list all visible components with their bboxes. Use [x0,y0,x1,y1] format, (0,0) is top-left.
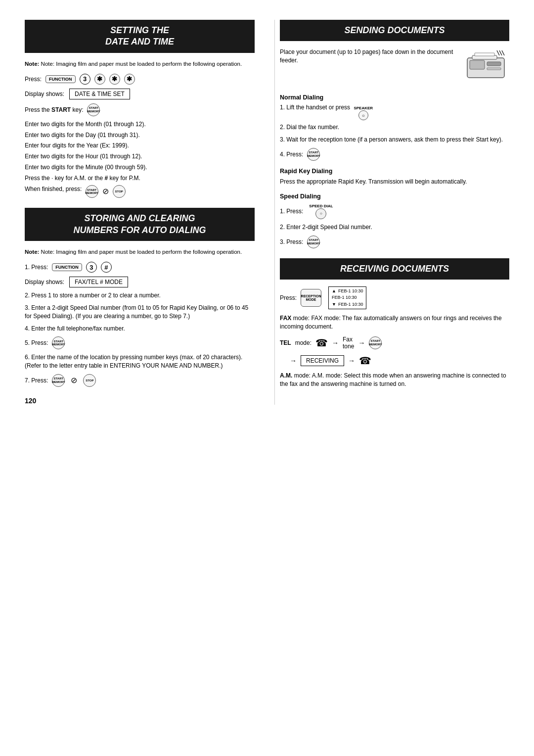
setting-date-time-header: SETTING THE DATE AND TIME [25,20,255,53]
storing-press-row-5: 5. Press: STARTMEMORY [25,336,255,349]
storing-section: STORING AND CLEARING NUMBERS FOR AUTO DI… [25,208,255,387]
setting-note-text: Note: Imaging film and paper must be loa… [41,61,242,67]
receiving-title: RECEIVING DOCUMENTS [340,264,449,274]
storing-press-row-1: 1. Press: FUNCTION 3 # [25,262,255,273]
reception-mode-button[interactable]: RECEPTIONMODE [301,289,321,307]
storing-press-row-7: 7. Press: STARTMEMORY ⊘ STOP [25,374,255,387]
speed-dial-label: SPEED DIAL [309,204,333,208]
storing-number-3-button[interactable]: 3 [86,262,97,273]
fax-machine-image [465,48,509,84]
arrow-icon-2: → [358,339,365,347]
instruction-year: Enter four digits for the Year (Ex: 1999… [25,142,255,150]
normal-step-1: 1. Lift the handset or press SPEAKER ○ [280,104,509,120]
arrow-icon-1: → [332,339,339,347]
storing-start-button[interactable]: STARTMEMORY [52,336,65,349]
instruction-finished: When finished, press: STARTMEMORY ⊘ STOP [25,185,255,198]
tel-suffix: mode: [295,339,312,346]
am-mode-text: A.M. mode: A.M. mode: Select this mode w… [280,372,509,388]
receive-display-row-2: FEB-1 10:30 [332,294,363,301]
faxtel-display-box: FAX/TEL # MODE [69,277,128,287]
star-button-2[interactable]: ✱ [109,74,120,85]
date-time-display-box: DATE & TIME SET [69,89,130,99]
date-time-instructions: Enter two digits for the Month (01 throu… [25,120,255,198]
normal-step-2: 2. Dial the fax number. [280,123,509,132]
speaker-label: SPEAKER [354,106,373,110]
normal-step-3: 3. Wait for the reception tone (if a per… [280,136,509,144]
setting-note: Note: Note: Imaging film and paper must … [25,60,255,68]
storing-step6: 6. Enter the name of the location by pre… [25,353,255,370]
speed-step-3: 3. Press: STARTMEMORY [280,236,509,248]
tel-handset-icon: ☎ [315,337,328,349]
hash-button[interactable]: # [101,262,112,273]
speed-start-button[interactable]: STARTMEMORY [307,236,320,248]
receiving-section: RECEIVING DOCUMENTS Press: RECEPTIONMODE… [280,258,509,388]
storing-press-label-5: 5. Press: [25,339,48,346]
speed-dial-button[interactable]: ○ [315,208,326,219]
instruction-month: Enter two digits for the Month (01 throu… [25,120,255,129]
svg-rect-5 [475,53,494,56]
handset-icon-2: ☎ [359,355,371,367]
instruction-day: Enter two digits for the Day (01 through… [25,131,255,140]
number-3-button[interactable]: 3 [80,74,90,85]
instruction-ampm: Press the · key for A.M. or the # key fo… [25,174,255,183]
storing-press-label-1: 1. Press: [25,264,48,271]
sending-intro: Place your document (up to 10 pages) fac… [280,48,458,65]
storing-press-label-7: 7. Press: [25,377,48,384]
setting-header-line1: SETTING THE [110,25,169,35]
start-button[interactable]: STARTMEMORY [87,103,100,116]
setting-press-label: Press: [25,76,42,83]
receiving-arrow-row: → RECEIVING → ☎ [290,355,509,367]
receive-display-row-3: ▼ FEB-1 10:30 [332,301,363,308]
svg-rect-1 [470,60,485,69]
fax-label: Faxtone [343,336,354,350]
sending-title: SENDING DOCUMENTS [344,25,445,35]
storing-step4: 4. Enter the full telephone/fax number. [25,325,255,333]
tel-start-button[interactable]: STARTMEMORY [369,336,382,349]
receive-line-2: FEB-1 10:30 [332,294,357,301]
receive-display: ▲ FEB-1 10:30 FEB-1 10:30 ▼ FEB-1 10:30 [328,286,366,310]
storing-header-line1: STORING AND CLEARING [84,213,195,223]
receiving-box: RECEIVING [301,355,344,366]
receive-line-1: FEB-1 10:30 [338,288,363,295]
storing-stop-button[interactable]: STOP [83,374,96,387]
svg-line-8 [502,50,504,55]
svg-line-6 [497,50,499,55]
speed-step-2: 2. Enter 2-digit Speed Dial number. [280,223,509,232]
press-start-label: Press the START key: [25,106,83,113]
star-button-3[interactable]: ✱ [124,74,135,85]
receive-line-3: FEB-1 10:30 [338,301,363,308]
normal-step-4: 4. Press: STARTMEMORY [280,148,509,161]
storing-note: Note: Note: Imaging film and paper must … [25,248,255,256]
storing-step3: 3. Enter a 2-digit Speed Dial number (fr… [25,304,255,321]
function-button[interactable]: FUNCTION [45,75,76,83]
storing-step2: 2. Press 1 to store a number or 2 to cle… [25,291,255,300]
storing-function-button[interactable]: FUNCTION [52,263,82,271]
right-column: SENDING DOCUMENTS Place your document (u… [274,20,509,405]
storing-start-button-2[interactable]: STARTMEMORY [52,374,65,387]
storing-header-line2: NUMBERS FOR AUTO DIALING [74,225,206,235]
rapid-key-text: Press the appropriate Rapid Key. Transmi… [280,178,509,186]
normal-dialing-heading: Normal Dialing [280,94,509,101]
svg-rect-2 [487,62,501,66]
receive-display-row-1: ▲ FEB-1 10:30 [332,288,363,295]
receiving-press-label: Press: [280,294,297,301]
svg-line-7 [499,50,502,55]
display-shows-label: Display shows: [25,91,64,97]
instruction-hour: Enter two digits for the Hour (01 throug… [25,152,255,161]
receiving-press-row: Press: RECEPTIONMODE ▲ FEB-1 10:30 FEB-1… [280,286,509,310]
sending-header: SENDING DOCUMENTS [280,20,509,41]
star-button-1[interactable]: ✱ [94,74,105,85]
setting-display-row: Display shows: DATE & TIME SET [25,89,255,99]
stop-start-button[interactable]: STARTMEMORY [86,185,98,198]
setting-header-line2: DATE AND TIME [105,37,174,47]
svg-rect-3 [487,68,501,70]
speaker-button[interactable]: ○ [358,110,368,120]
page-number: 120 [25,397,255,405]
normal-start-button[interactable]: STARTMEMORY [307,148,320,161]
stop-button[interactable]: STOP [113,185,126,198]
speed-dial-heading: Speed Dialing [280,193,509,200]
setting-press-row: Press: FUNCTION 3 ✱ ✱ ✱ [25,74,255,85]
storing-display-row: Display shows: FAX/TEL # MODE [25,277,255,287]
speed-step-1: 1. Press: SPEED DIAL ○ [280,204,509,219]
storing-display-shows-label: Display shows: [25,279,64,285]
